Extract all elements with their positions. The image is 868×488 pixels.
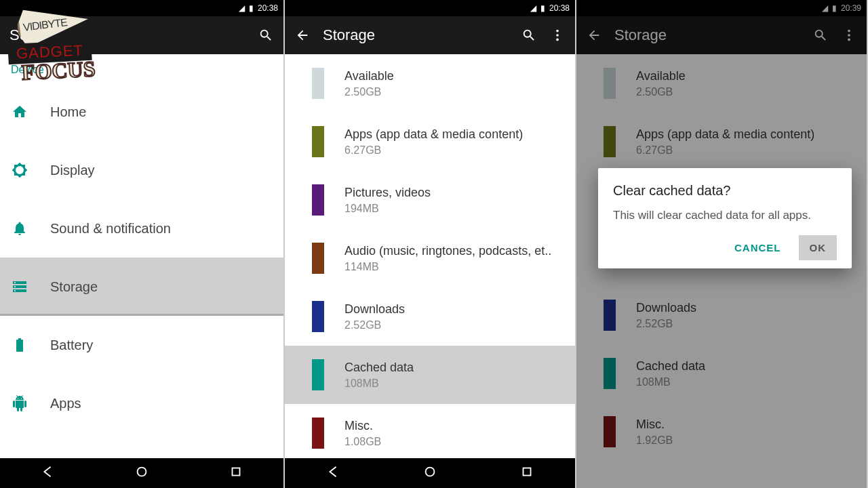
battery-icon: ▮ <box>540 3 545 13</box>
storage-item-value: 114MB <box>344 261 551 273</box>
storage-item-label: Misc. <box>344 419 381 433</box>
nav-home-icon[interactable] <box>134 464 149 482</box>
color-swatch <box>312 359 324 390</box>
app-bar: Set <box>0 16 283 54</box>
storage-item-cached: Cached data 108MB <box>576 344 867 403</box>
storage-item-value: 2.50GB <box>636 86 686 98</box>
svg-point-0 <box>138 468 146 476</box>
storage-item-apps: Apps (app data & media content) 6.27GB <box>576 113 867 171</box>
status-bar: ◢ ▮ 20:39 <box>576 0 867 16</box>
nav-home-icon[interactable] <box>422 464 437 482</box>
settings-item-label: Apps <box>50 396 81 411</box>
storage-item-available[interactable]: Available 2.50GB <box>285 54 575 113</box>
brightness-icon <box>11 161 28 179</box>
storage-item-value: 2.50GB <box>344 86 394 98</box>
storage-icon <box>11 278 28 296</box>
storage-item-apps[interactable]: Apps (app data & media content) 6.27GB <box>285 113 575 171</box>
storage-item-value: 1.08GB <box>344 436 381 448</box>
nav-bar <box>285 458 575 488</box>
svg-point-9 <box>848 39 850 41</box>
app-bar: Storage <box>285 16 575 54</box>
settings-item-storage[interactable]: Storage <box>0 258 283 316</box>
home-icon <box>11 103 28 121</box>
storage-item-value: 1.92GB <box>636 434 673 447</box>
search-icon <box>812 27 829 43</box>
storage-item-downloads[interactable]: Downloads 2.52GB <box>285 287 575 346</box>
svg-point-5 <box>426 468 435 476</box>
back-arrow-icon <box>586 27 602 43</box>
storage-item-label: Audio (music, ringtones, podcasts, et.. <box>344 244 551 258</box>
storage-item-label: Downloads <box>636 301 696 315</box>
cancel-button[interactable]: CANCEL <box>724 235 792 260</box>
storage-item-label: Cached data <box>344 361 414 375</box>
phone-storage: ◢ ▮ 20:38 Storage Available 2.50GB Apps … <box>285 0 576 488</box>
color-swatch <box>604 126 616 157</box>
storage-item-value: 2.52GB <box>344 319 405 331</box>
dialog-message: This will clear cached data for all apps… <box>613 208 837 223</box>
svg-point-7 <box>848 30 850 33</box>
storage-item-misc[interactable]: Misc. 1.08GB <box>285 404 575 458</box>
color-swatch <box>312 184 324 216</box>
section-header-device: Device <box>0 54 283 83</box>
color-swatch <box>312 68 324 99</box>
settings-item-label: Sound & notification <box>50 221 171 237</box>
android-icon <box>11 394 28 412</box>
dialog-title: Clear cached data? <box>613 183 837 199</box>
nav-recent-icon[interactable] <box>229 464 243 482</box>
storage-list: Available 2.50GB Apps (app data & media … <box>285 54 575 458</box>
status-clock: 20:39 <box>841 3 861 13</box>
storage-item-label: Available <box>636 69 686 83</box>
back-arrow-icon[interactable] <box>294 27 311 43</box>
color-swatch <box>312 418 324 449</box>
phone-storage-dialog: ◢ ▮ 20:39 Storage Available 2.50GB <box>576 0 868 488</box>
nav-recent-icon[interactable] <box>519 464 534 482</box>
storage-item-value: 6.27GB <box>344 144 523 157</box>
color-swatch <box>604 68 616 99</box>
color-swatch <box>312 301 324 332</box>
storage-item-label: Cached data <box>636 359 705 373</box>
battery-icon <box>11 336 28 354</box>
status-clock: 20:38 <box>258 3 278 13</box>
search-icon[interactable] <box>521 27 537 43</box>
storage-item-value: 108MB <box>636 376 705 388</box>
storage-item-value: 194MB <box>344 203 431 215</box>
settings-item-sound[interactable]: Sound & notification <box>0 199 283 258</box>
status-bar: ◢ ▮ 20:38 <box>0 0 283 16</box>
color-swatch <box>312 126 324 157</box>
nav-back-icon[interactable] <box>40 464 55 482</box>
ok-button[interactable]: OK <box>799 235 837 260</box>
storage-item-label: Downloads <box>344 302 405 317</box>
signal-icon: ◢ <box>239 3 245 13</box>
settings-item-apps[interactable]: Apps <box>0 374 283 432</box>
settings-item-display[interactable]: Display <box>0 141 283 199</box>
settings-item-label: Home <box>50 104 86 120</box>
svg-rect-6 <box>523 468 530 476</box>
color-swatch <box>312 243 324 274</box>
svg-rect-1 <box>233 468 240 476</box>
settings-item-home[interactable]: Home <box>0 83 283 141</box>
settings-item-label: Storage <box>50 279 98 295</box>
storage-item-available: Available 2.50GB <box>576 54 867 113</box>
storage-item-value: 6.27GB <box>636 144 814 157</box>
svg-point-3 <box>556 34 559 37</box>
battery-icon: ▮ <box>249 3 254 13</box>
nav-back-icon[interactable] <box>326 464 340 482</box>
settings-item-label: Battery <box>50 338 93 353</box>
phone-settings: ◢ ▮ 20:38 Set Device Home Display Sound … <box>0 0 285 488</box>
storage-item-pictures[interactable]: Pictures, videos 194MB <box>285 171 575 229</box>
clear-cache-dialog: Clear cached data? This will clear cache… <box>598 168 852 268</box>
settings-item-battery[interactable]: Battery <box>0 316 283 374</box>
app-bar: Storage <box>576 16 867 54</box>
storage-item-audio[interactable]: Audio (music, ringtones, podcasts, et.. … <box>285 229 575 287</box>
storage-item-misc: Misc. 1.92GB <box>576 403 867 461</box>
settings-item-label: Display <box>50 163 95 178</box>
storage-item-value: 108MB <box>344 378 414 390</box>
storage-item-downloads: Downloads 2.52GB <box>576 286 867 344</box>
storage-item-label: Misc. <box>636 418 673 432</box>
storage-item-label: Apps (app data & media content) <box>344 127 523 142</box>
storage-item-cached[interactable]: Cached data 108MB <box>285 346 575 404</box>
svg-point-4 <box>556 39 559 41</box>
search-icon[interactable] <box>258 27 274 43</box>
overflow-menu-icon[interactable] <box>549 27 566 43</box>
settings-list: Home Display Sound & notification Storag… <box>0 83 283 458</box>
